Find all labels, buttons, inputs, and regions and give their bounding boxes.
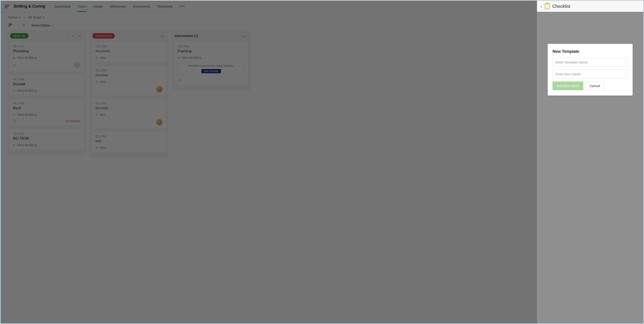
new-template-dialog: New Template Add More Items Cancel — [548, 44, 633, 96]
template-name-input[interactable] — [552, 58, 628, 67]
panel-header: ‹ Checklist — [537, 1, 643, 12]
cancel-button[interactable]: Cancel — [586, 82, 604, 90]
panel-back-button[interactable]: ‹ — [540, 4, 542, 9]
item-name-input[interactable] — [552, 70, 628, 78]
add-more-items-button[interactable]: Add More Items — [552, 82, 583, 90]
panel-body: New Template Add More Items Cancel — [537, 12, 643, 323]
clipboard-icon — [545, 3, 550, 9]
modal-scrim[interactable] — [1, 1, 537, 323]
dialog-actions: Add More Items Cancel — [552, 82, 628, 90]
panel-title: Checklist — [552, 4, 570, 9]
checklist-side-panel: ‹ Checklist New Template Add More Items … — [537, 1, 643, 323]
dialog-title: New Template — [552, 49, 628, 54]
